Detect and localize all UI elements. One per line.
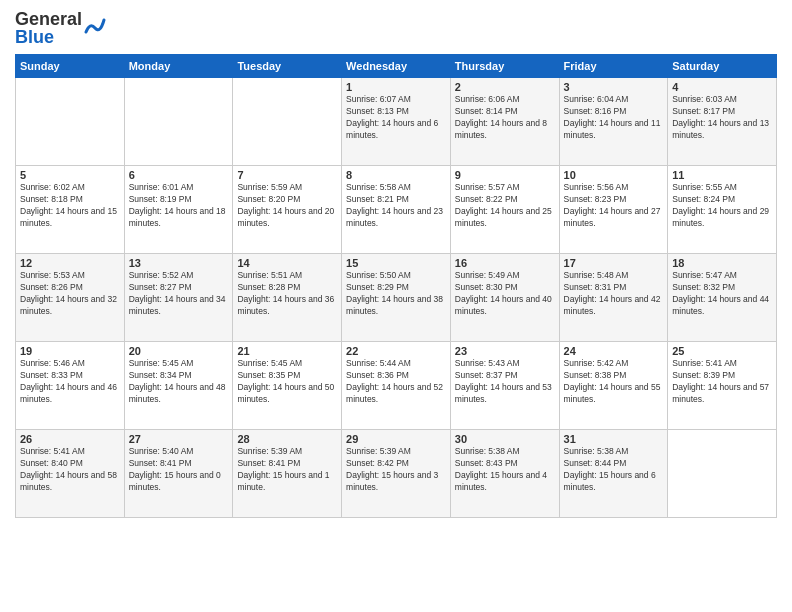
day-info: Sunrise: 5:52 AMSunset: 8:27 PMDaylight:… [129, 270, 229, 318]
day-number: 8 [346, 169, 446, 181]
calendar-cell: 29Sunrise: 5:39 AMSunset: 8:42 PMDayligh… [342, 430, 451, 518]
weekday-header-monday: Monday [124, 55, 233, 78]
calendar-cell: 4Sunrise: 6:03 AMSunset: 8:17 PMDaylight… [668, 78, 777, 166]
day-number: 12 [20, 257, 120, 269]
day-info: Sunrise: 5:47 AMSunset: 8:32 PMDaylight:… [672, 270, 772, 318]
day-number: 1 [346, 81, 446, 93]
day-info: Sunrise: 5:45 AMSunset: 8:35 PMDaylight:… [237, 358, 337, 406]
day-number: 10 [564, 169, 664, 181]
calendar-table: SundayMondayTuesdayWednesdayThursdayFrid… [15, 54, 777, 518]
weekday-header-saturday: Saturday [668, 55, 777, 78]
day-info: Sunrise: 5:55 AMSunset: 8:24 PMDaylight:… [672, 182, 772, 230]
weekday-header-friday: Friday [559, 55, 668, 78]
day-info: Sunrise: 5:59 AMSunset: 8:20 PMDaylight:… [237, 182, 337, 230]
day-info: Sunrise: 5:46 AMSunset: 8:33 PMDaylight:… [20, 358, 120, 406]
day-number: 7 [237, 169, 337, 181]
calendar-page: General Blue SundayMondayTuesdayWednesda… [0, 0, 792, 612]
day-info: Sunrise: 6:01 AMSunset: 8:19 PMDaylight:… [129, 182, 229, 230]
calendar-week-5: 26Sunrise: 5:41 AMSunset: 8:40 PMDayligh… [16, 430, 777, 518]
calendar-cell: 20Sunrise: 5:45 AMSunset: 8:34 PMDayligh… [124, 342, 233, 430]
calendar-cell: 14Sunrise: 5:51 AMSunset: 8:28 PMDayligh… [233, 254, 342, 342]
day-number: 5 [20, 169, 120, 181]
calendar-cell: 17Sunrise: 5:48 AMSunset: 8:31 PMDayligh… [559, 254, 668, 342]
day-info: Sunrise: 5:38 AMSunset: 8:43 PMDaylight:… [455, 446, 555, 494]
day-info: Sunrise: 5:39 AMSunset: 8:42 PMDaylight:… [346, 446, 446, 494]
day-number: 19 [20, 345, 120, 357]
day-info: Sunrise: 5:40 AMSunset: 8:41 PMDaylight:… [129, 446, 229, 494]
day-number: 20 [129, 345, 229, 357]
day-info: Sunrise: 5:48 AMSunset: 8:31 PMDaylight:… [564, 270, 664, 318]
calendar-cell: 22Sunrise: 5:44 AMSunset: 8:36 PMDayligh… [342, 342, 451, 430]
day-number: 27 [129, 433, 229, 445]
calendar-cell [233, 78, 342, 166]
day-number: 9 [455, 169, 555, 181]
calendar-cell [668, 430, 777, 518]
day-info: Sunrise: 5:53 AMSunset: 8:26 PMDaylight:… [20, 270, 120, 318]
day-number: 6 [129, 169, 229, 181]
day-number: 29 [346, 433, 446, 445]
day-info: Sunrise: 5:49 AMSunset: 8:30 PMDaylight:… [455, 270, 555, 318]
day-info: Sunrise: 5:42 AMSunset: 8:38 PMDaylight:… [564, 358, 664, 406]
day-info: Sunrise: 5:41 AMSunset: 8:40 PMDaylight:… [20, 446, 120, 494]
calendar-cell: 27Sunrise: 5:40 AMSunset: 8:41 PMDayligh… [124, 430, 233, 518]
calendar-week-3: 12Sunrise: 5:53 AMSunset: 8:26 PMDayligh… [16, 254, 777, 342]
calendar-cell: 12Sunrise: 5:53 AMSunset: 8:26 PMDayligh… [16, 254, 125, 342]
day-number: 15 [346, 257, 446, 269]
calendar-week-2: 5Sunrise: 6:02 AMSunset: 8:18 PMDaylight… [16, 166, 777, 254]
day-number: 24 [564, 345, 664, 357]
day-number: 14 [237, 257, 337, 269]
calendar-cell: 21Sunrise: 5:45 AMSunset: 8:35 PMDayligh… [233, 342, 342, 430]
day-number: 11 [672, 169, 772, 181]
day-info: Sunrise: 6:06 AMSunset: 8:14 PMDaylight:… [455, 94, 555, 142]
day-info: Sunrise: 5:39 AMSunset: 8:41 PMDaylight:… [237, 446, 337, 494]
logo-blue: Blue [15, 28, 82, 46]
logo-container: General Blue [15, 10, 106, 46]
calendar-cell: 3Sunrise: 6:04 AMSunset: 8:16 PMDaylight… [559, 78, 668, 166]
calendar-cell: 2Sunrise: 6:06 AMSunset: 8:14 PMDaylight… [450, 78, 559, 166]
weekday-header-wednesday: Wednesday [342, 55, 451, 78]
calendar-week-1: 1Sunrise: 6:07 AMSunset: 8:13 PMDaylight… [16, 78, 777, 166]
day-number: 22 [346, 345, 446, 357]
day-info: Sunrise: 5:50 AMSunset: 8:29 PMDaylight:… [346, 270, 446, 318]
day-number: 26 [20, 433, 120, 445]
day-info: Sunrise: 6:03 AMSunset: 8:17 PMDaylight:… [672, 94, 772, 142]
day-info: Sunrise: 6:04 AMSunset: 8:16 PMDaylight:… [564, 94, 664, 142]
calendar-cell: 11Sunrise: 5:55 AMSunset: 8:24 PMDayligh… [668, 166, 777, 254]
page-header: General Blue [15, 10, 777, 46]
calendar-cell: 31Sunrise: 5:38 AMSunset: 8:44 PMDayligh… [559, 430, 668, 518]
day-info: Sunrise: 5:51 AMSunset: 8:28 PMDaylight:… [237, 270, 337, 318]
day-info: Sunrise: 5:38 AMSunset: 8:44 PMDaylight:… [564, 446, 664, 494]
calendar-cell: 13Sunrise: 5:52 AMSunset: 8:27 PMDayligh… [124, 254, 233, 342]
day-number: 28 [237, 433, 337, 445]
calendar-cell: 10Sunrise: 5:56 AMSunset: 8:23 PMDayligh… [559, 166, 668, 254]
day-number: 30 [455, 433, 555, 445]
calendar-cell: 9Sunrise: 5:57 AMSunset: 8:22 PMDaylight… [450, 166, 559, 254]
day-number: 18 [672, 257, 772, 269]
logo-wave-icon [84, 14, 106, 38]
day-info: Sunrise: 6:02 AMSunset: 8:18 PMDaylight:… [20, 182, 120, 230]
day-number: 3 [564, 81, 664, 93]
calendar-cell: 30Sunrise: 5:38 AMSunset: 8:43 PMDayligh… [450, 430, 559, 518]
day-number: 16 [455, 257, 555, 269]
calendar-cell: 8Sunrise: 5:58 AMSunset: 8:21 PMDaylight… [342, 166, 451, 254]
calendar-cell: 7Sunrise: 5:59 AMSunset: 8:20 PMDaylight… [233, 166, 342, 254]
day-info: Sunrise: 5:44 AMSunset: 8:36 PMDaylight:… [346, 358, 446, 406]
calendar-cell [124, 78, 233, 166]
calendar-cell: 26Sunrise: 5:41 AMSunset: 8:40 PMDayligh… [16, 430, 125, 518]
day-info: Sunrise: 5:41 AMSunset: 8:39 PMDaylight:… [672, 358, 772, 406]
calendar-cell: 16Sunrise: 5:49 AMSunset: 8:30 PMDayligh… [450, 254, 559, 342]
day-number: 31 [564, 433, 664, 445]
day-number: 23 [455, 345, 555, 357]
day-info: Sunrise: 5:56 AMSunset: 8:23 PMDaylight:… [564, 182, 664, 230]
logo: General Blue [15, 10, 106, 46]
day-number: 13 [129, 257, 229, 269]
weekday-header-tuesday: Tuesday [233, 55, 342, 78]
calendar-cell: 15Sunrise: 5:50 AMSunset: 8:29 PMDayligh… [342, 254, 451, 342]
day-number: 2 [455, 81, 555, 93]
weekday-header-sunday: Sunday [16, 55, 125, 78]
calendar-cell: 1Sunrise: 6:07 AMSunset: 8:13 PMDaylight… [342, 78, 451, 166]
logo-text: General Blue [15, 10, 82, 46]
calendar-cell [16, 78, 125, 166]
calendar-cell: 18Sunrise: 5:47 AMSunset: 8:32 PMDayligh… [668, 254, 777, 342]
logo-general: General [15, 10, 82, 28]
